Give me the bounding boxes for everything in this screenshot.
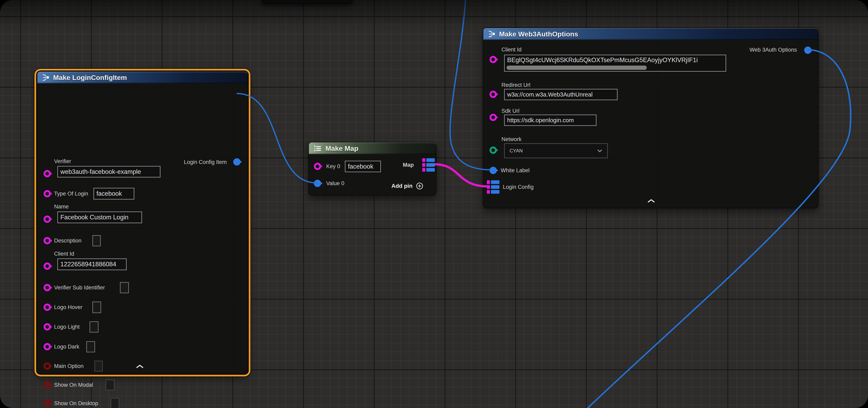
logo-dark-input[interactable]	[86, 341, 95, 352]
pin-label: Client Id	[54, 251, 74, 257]
node-header-make-web3authoptions[interactable]: Make Web3AuthOptions	[483, 28, 818, 40]
client-id-input[interactable]: 1222658941886084	[57, 259, 127, 270]
add-pin-label: Add pin	[392, 183, 412, 189]
sdk-url-input[interactable]: https://sdk.openlogin.com	[504, 114, 596, 126]
logo-hover-input[interactable]	[92, 302, 101, 313]
redirect-url-input[interactable]: w3a://com.w3a.Web3AuthUnreal	[504, 89, 618, 100]
pin-client-id[interactable]	[490, 56, 497, 63]
pin-label: Client Id	[501, 46, 522, 53]
pin-logo-dark[interactable]	[43, 343, 51, 350]
pin-label: Login Config	[503, 184, 534, 190]
wire-loginconfigitem-to-value0[interactable]	[237, 94, 317, 183]
graph-canvas[interactable]: Make LoginConfigItem Login Config Item V…	[0, 0, 868, 408]
node-make-web3authoptions[interactable]: Make Web3AuthOptions Web 3Auth Options C…	[483, 28, 818, 208]
pin-label: Main Option	[54, 363, 84, 369]
pin-map-output[interactable]	[422, 158, 435, 172]
node-make-loginconfigitem[interactable]: Make LoginConfigItem Login Config Item V…	[37, 71, 248, 374]
add-pin-button[interactable]: Add pin	[392, 182, 424, 190]
pin-show-on-desktop[interactable]	[43, 400, 51, 407]
type-of-login-input[interactable]: facebook	[93, 188, 134, 200]
node-header-make-loginconfigitem[interactable]: Make LoginConfigItem	[37, 72, 248, 83]
pin-label: Type Of Login	[54, 191, 88, 197]
top-vignette	[0, 0, 868, 30]
pin-label: Show On Desktop	[54, 400, 98, 407]
network-dropdown[interactable]: CYAN	[504, 143, 608, 158]
pin-name[interactable]	[43, 215, 51, 223]
pin-login-config-item-output[interactable]	[233, 158, 241, 166]
pin-label: Network	[501, 136, 522, 142]
node-title: Make Map	[326, 144, 359, 152]
pin-main-option[interactable]	[43, 363, 51, 370]
pin-verifier[interactable]	[43, 170, 51, 177]
pin-label: Logo Dark	[54, 344, 80, 350]
pin-label: White Label	[501, 167, 530, 174]
pin-label: Name	[54, 204, 69, 210]
chevron-down-icon	[597, 149, 602, 152]
pin-label: Value 0	[326, 180, 344, 186]
pin-label: Logo Hover	[54, 304, 83, 310]
pin-web3auth-options-output[interactable]	[804, 46, 811, 54]
blueprint-editor: Make LoginConfigItem Login Config Item V…	[0, 0, 868, 408]
pin-key-0[interactable]	[314, 163, 321, 170]
pin-verifier-sub-identifier[interactable]	[43, 284, 51, 291]
pin-label: Show On Modal	[54, 382, 93, 388]
output-label: Login Config Item	[184, 159, 227, 165]
pin-label: Redirect Url	[501, 82, 530, 88]
output-label: Map	[403, 162, 414, 168]
show-on-modal-checkbox[interactable]	[105, 379, 115, 390]
collapse-chevron-icon[interactable]	[647, 199, 656, 203]
pin-white-label[interactable]	[490, 167, 497, 174]
pin-client-id[interactable]	[43, 263, 51, 270]
pin-label: Verifier	[54, 158, 71, 165]
pin-show-on-modal[interactable]	[43, 381, 51, 388]
client-id-scrollbar[interactable]	[506, 66, 647, 70]
pin-label: Description	[54, 238, 82, 244]
partial-node-top[interactable]	[262, 0, 352, 4]
node-make-map[interactable]: Make Map Key 0 facebook Map Value 0 Add …	[308, 142, 436, 196]
pin-label: Verifier Sub Identifier	[54, 284, 105, 291]
make-struct-icon	[41, 73, 50, 82]
show-on-desktop-checkbox[interactable]	[111, 398, 119, 408]
pin-login-config[interactable]	[487, 180, 499, 194]
make-map-icon	[313, 144, 322, 152]
pin-value-0[interactable]	[314, 180, 321, 187]
pin-label: Logo Light	[54, 324, 80, 330]
node-header-make-map[interactable]: Make Map	[309, 142, 436, 154]
wire-map-to-login-config[interactable]	[435, 164, 488, 186]
name-input[interactable]: Facebook Custom Login	[57, 211, 142, 223]
pin-logo-light[interactable]	[43, 323, 51, 331]
pin-sdk-url[interactable]	[490, 114, 497, 121]
node-title: Make LoginConfigItem	[53, 74, 127, 81]
pin-label: Sdk Url	[501, 108, 520, 114]
pin-logo-hover[interactable]	[43, 304, 51, 311]
logo-light-input[interactable]	[90, 321, 98, 333]
main-option-checkbox[interactable]	[94, 361, 103, 372]
pin-description[interactable]	[43, 237, 51, 244]
pin-redirect-url[interactable]	[490, 91, 497, 98]
output-label: Web 3Auth Options	[749, 47, 797, 53]
collapse-chevron-icon[interactable]	[135, 364, 144, 369]
pin-label: Key 0	[326, 163, 340, 170]
description-input[interactable]	[92, 235, 101, 246]
key-0-input[interactable]: facebook	[345, 161, 381, 172]
make-struct-icon	[487, 30, 496, 38]
node-title: Make Web3AuthOptions	[499, 30, 578, 38]
pin-network[interactable]	[490, 146, 497, 154]
add-pin-plus-icon	[416, 182, 424, 190]
verifier-input[interactable]: web3auth-facebook-example	[57, 166, 160, 177]
pin-type-of-login[interactable]	[43, 190, 51, 197]
network-selected-value: CYAN	[509, 148, 523, 154]
verifier-sub-identifier-input[interactable]	[120, 282, 129, 293]
